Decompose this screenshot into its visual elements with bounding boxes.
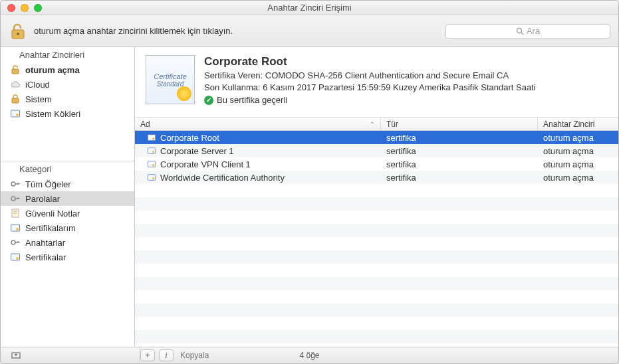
- cert-icon: [10, 108, 21, 119]
- table-row[interactable]: Corporate Rootsertifikaoturum açma: [135, 131, 618, 144]
- svg-point-14: [16, 228, 19, 230]
- key-icon: [10, 237, 21, 248]
- sidebar-item-label: Sistem Kökleri: [25, 109, 80, 119]
- content-area: Certificate Standard Corporate Root Sert…: [135, 47, 618, 347]
- main-area: Anahtar Zincirleri oturum açmaiCloudSist…: [1, 47, 618, 347]
- sidebar-keychain-item[interactable]: Sistem Kökleri: [1, 106, 134, 121]
- column-header-type[interactable]: Tür: [381, 118, 538, 130]
- svg-point-19: [152, 137, 155, 140]
- cell-keychain: oturum açma: [543, 146, 594, 156]
- sidebar-item-label: Anahtarlar: [25, 238, 65, 248]
- cert-icon: [147, 133, 156, 142]
- close-window-button[interactable]: [7, 4, 15, 12]
- table-body[interactable]: Corporate Rootsertifikaoturum açmaCorpor…: [135, 131, 618, 347]
- table-row[interactable]: Worldwide Certification Authoritysertifi…: [135, 171, 618, 184]
- svg-rect-20: [148, 148, 155, 154]
- sidebar-category-item[interactable]: Güvenli Notlar: [1, 206, 134, 221]
- cert-icon: [147, 173, 156, 182]
- column-header-keychain[interactable]: Anahtar Zinciri: [538, 118, 618, 130]
- table-row[interactable]: Corporate Server 1sertifikaoturum açma: [135, 144, 618, 157]
- svg-rect-4: [12, 69, 19, 74]
- badge-line2: Standard: [157, 80, 184, 88]
- certificate-badge-icon: Certificate Standard: [146, 55, 195, 104]
- traffic-lights: [7, 4, 42, 12]
- cell-keychain: oturum açma: [543, 133, 594, 143]
- key-icon: [10, 193, 21, 204]
- svg-marker-27: [15, 354, 17, 356]
- cell-name: Worldwide Certification Authority: [160, 173, 285, 183]
- cell-type: sertifika: [386, 173, 416, 183]
- cell-keychain: oturum açma: [543, 173, 594, 183]
- sidebar-keychain-item[interactable]: iCloud: [1, 77, 134, 92]
- sidebar-keychain-item[interactable]: oturum açma: [1, 62, 134, 77]
- toolbar: oturum açma anahtar zincirini kilitlemek…: [1, 15, 618, 47]
- search-placeholder: Ara: [527, 26, 540, 36]
- cert-icon: [147, 159, 156, 169]
- svg-point-9: [11, 197, 15, 201]
- status-bar: + i Kopyala 4 öğe: [1, 347, 618, 363]
- info-button[interactable]: i: [159, 349, 174, 361]
- show-hide-sidebar-button[interactable]: [9, 349, 23, 361]
- sidebar-item-label: oturum açma: [25, 65, 80, 75]
- svg-line-3: [521, 33, 523, 35]
- svg-point-17: [16, 257, 19, 260]
- certificate-title: Corporate Root: [204, 55, 608, 68]
- badge-line1: Certificate: [154, 72, 187, 80]
- sidebar-keychains-header: Anahtar Zincirleri: [1, 47, 134, 62]
- lock-hint-label: oturum açma anahtar zincirini kilitlemek…: [34, 26, 439, 36]
- cert-icon: [10, 252, 21, 262]
- sidebar-category-item[interactable]: Tüm Öğeler: [1, 177, 134, 191]
- svg-rect-24: [148, 175, 155, 181]
- certificate-detail-panel: Certificate Standard Corporate Root Sert…: [135, 47, 618, 118]
- search-field[interactable]: Ara: [445, 24, 610, 39]
- cell-type: sertifika: [386, 146, 416, 156]
- sidebar-item-label: Parolalar: [25, 194, 60, 204]
- svg-point-21: [152, 151, 155, 153]
- cell-name: Corporate Root: [160, 133, 219, 143]
- certificate-issuer: Sertifika Veren: COMODO SHA-256 Client A…: [204, 70, 608, 82]
- svg-rect-16: [11, 254, 20, 260]
- lock-keychain-button[interactable]: [9, 22, 27, 41]
- cell-name: Corporate Server 1: [160, 146, 234, 156]
- svg-point-7: [16, 114, 19, 116]
- note-icon: [10, 208, 21, 219]
- sidebar-item-label: Sistem: [25, 94, 52, 104]
- svg-point-15: [11, 240, 15, 244]
- certificate-valid-text: Bu sertifika geçerli: [217, 95, 287, 105]
- valid-check-icon: ✓: [204, 96, 213, 105]
- add-item-button[interactable]: +: [140, 349, 155, 361]
- sidebar-keychain-item[interactable]: Sistem: [1, 92, 134, 106]
- svg-point-1: [17, 33, 19, 35]
- sidebar-category-item[interactable]: Sertifikalar: [1, 250, 134, 264]
- table-header: Ad ⌃ Tür Anahtar Zinciri: [135, 118, 618, 131]
- sidebar-category-item[interactable]: Sertifikalarım: [1, 221, 134, 235]
- item-count-label: 4 öğe: [299, 351, 319, 360]
- cert-icon: [10, 223, 21, 233]
- sidebar-item-label: Sertifikalar: [25, 252, 66, 262]
- sort-ascending-icon: ⌃: [370, 121, 375, 128]
- copy-button[interactable]: Kopyala: [180, 351, 209, 360]
- sidebar-item-label: Sertifikalarım: [25, 223, 76, 233]
- svg-point-8: [11, 182, 15, 186]
- lock-closed-icon: [10, 94, 21, 104]
- svg-point-25: [152, 177, 155, 180]
- key-icon: [10, 179, 21, 189]
- zoom-window-button[interactable]: [34, 4, 42, 12]
- svg-point-2: [517, 28, 521, 33]
- window: Anahtar Zinciri Erişimi oturum açma anah…: [0, 0, 619, 364]
- search-icon: [516, 27, 524, 35]
- cell-type: sertifika: [386, 133, 416, 143]
- minimize-window-button[interactable]: [21, 4, 29, 12]
- lock-open-icon: [10, 64, 21, 75]
- svg-rect-18: [148, 135, 155, 141]
- cell-name: Corporate VPN Client 1: [160, 159, 251, 169]
- table-row[interactable]: Corporate VPN Client 1sertifikaoturum aç…: [135, 157, 618, 171]
- titlebar[interactable]: Anahtar Zinciri Erişimi: [1, 1, 618, 15]
- window-title: Anahtar Zinciri Erişimi: [6, 3, 613, 13]
- svg-rect-13: [11, 225, 20, 231]
- sidebar-category-item[interactable]: Parolalar: [1, 191, 134, 206]
- cloud-icon: [10, 79, 21, 90]
- sidebar-item-label: Güvenli Notlar: [25, 209, 80, 219]
- sidebar-category-item[interactable]: Anahtarlar: [1, 235, 134, 250]
- column-header-name[interactable]: Ad ⌃: [135, 118, 381, 130]
